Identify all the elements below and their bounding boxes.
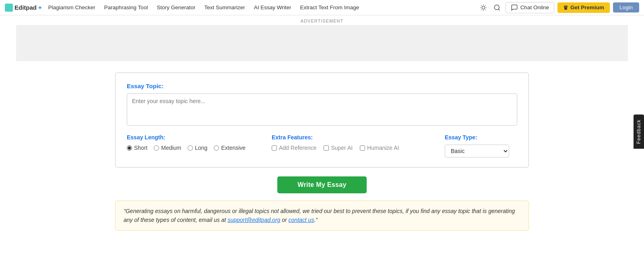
feature-add-reference-label: Add Reference [279, 145, 316, 151]
logo[interactable]: Editpad + [5, 4, 42, 12]
nav-text-summarizer[interactable]: Text Summarizer [204, 4, 245, 10]
write-essay-button[interactable]: Write My Essay [277, 176, 366, 193]
svg-line-3 [481, 5, 481, 6]
svg-point-9 [494, 5, 499, 10]
essay-length-label: Essay Length: [127, 134, 248, 141]
length-long-option[interactable]: Long [188, 145, 207, 151]
extra-features-section: Extra Features: Add Reference Super AI H… [248, 134, 437, 151]
feature-humanize-ai-option[interactable]: Humanize AI [360, 145, 399, 151]
navbar-actions: Chat Online ♛ Get Premium Login [478, 2, 639, 13]
disclaimer-mid-text: or [280, 217, 288, 223]
advertisement-label: ADVERTISEMENT [301, 19, 343, 23]
main-content: Essay Topic: Essay Length: Short Medium [109, 72, 535, 231]
feature-super-ai-checkbox[interactable] [324, 145, 329, 151]
nav-extract-text[interactable]: Extract Text From Image [300, 4, 359, 10]
feature-add-reference-option[interactable]: Add Reference [272, 145, 316, 151]
get-premium-button[interactable]: ♛ Get Premium [557, 2, 610, 13]
write-btn-row: Write My Essay [115, 176, 529, 193]
svg-point-0 [482, 6, 485, 9]
essay-type-select[interactable]: Basic Argumentative Expository Narrative… [445, 145, 509, 157]
length-medium-option[interactable]: Medium [154, 145, 181, 151]
essay-length-radio-group: Short Medium Long Extensive [127, 145, 248, 151]
chat-label: Chat Online [520, 4, 549, 10]
premium-label: Get Premium [570, 4, 604, 10]
navbar-links: Plagiarism Checker Paraphrasing Tool Sto… [48, 4, 478, 10]
feature-super-ai-label: Super AI [331, 145, 353, 151]
extra-features-checkbox-group: Add Reference Super AI Humanize AI [272, 145, 437, 151]
length-medium-radio[interactable] [154, 145, 159, 151]
length-long-label: Long [195, 145, 207, 151]
disclaimer-box: "Generating essays on harmful, dangerous… [115, 201, 529, 231]
svg-line-8 [485, 5, 485, 6]
feature-humanize-ai-label: Humanize AI [367, 145, 399, 151]
search-button[interactable] [492, 2, 502, 13]
essay-options-row: Essay Length: Short Medium Long [127, 134, 517, 157]
nav-story-generator[interactable]: Story Generator [157, 4, 195, 10]
write-essay-label: Write My Essay [297, 181, 346, 188]
nav-paraphrasing-tool[interactable]: Paraphrasing Tool [104, 4, 148, 10]
login-label: Login [619, 4, 633, 10]
extra-features-label: Extra Features: [272, 134, 437, 141]
advertisement-section: ADVERTISEMENT [0, 15, 644, 61]
search-icon [493, 4, 501, 11]
theme-toggle-button[interactable] [478, 2, 489, 13]
feature-humanize-ai-checkbox[interactable] [360, 145, 365, 151]
logo-text: Editpad [14, 4, 37, 11]
essay-form-card: Essay Topic: Essay Length: Short Medium [115, 72, 529, 168]
essay-topic-input[interactable] [127, 93, 517, 126]
feature-add-reference-checkbox[interactable] [272, 145, 277, 151]
svg-line-4 [485, 9, 485, 10]
login-button[interactable]: Login [613, 2, 639, 12]
ad-banner [16, 25, 628, 61]
essay-topic-label: Essay Topic: [127, 83, 517, 89]
svg-line-7 [481, 9, 481, 10]
sun-icon [480, 4, 487, 11]
length-short-radio[interactable] [127, 145, 132, 151]
disclaimer-email-link[interactable]: support@editpad.org [227, 217, 280, 223]
svg-line-10 [498, 9, 500, 10]
navbar: Editpad + Plagiarism Checker Paraphrasin… [0, 0, 644, 15]
logo-plus: + [38, 4, 42, 11]
disclaimer-contact-link[interactable]: contact us [289, 217, 314, 223]
logo-icon [5, 4, 13, 12]
length-short-option[interactable]: Short [127, 145, 147, 151]
length-extensive-label: Extensive [221, 145, 246, 151]
essay-length-section: Essay Length: Short Medium Long [127, 134, 248, 151]
nav-ai-essay-writer[interactable]: AI Essay Writer [254, 4, 291, 10]
crown-icon: ♛ [563, 4, 568, 11]
feedback-label: Feedback [636, 119, 642, 144]
length-extensive-option[interactable]: Extensive [214, 145, 246, 151]
chat-icon [511, 4, 518, 11]
length-long-radio[interactable] [188, 145, 193, 151]
disclaimer-end-text: ." [314, 217, 318, 223]
length-medium-label: Medium [161, 145, 181, 151]
length-short-label: Short [134, 145, 147, 151]
feedback-tab[interactable]: Feedback [634, 114, 644, 149]
essay-type-section: Essay Type: Basic Argumentative Exposito… [437, 134, 517, 157]
disclaimer-text: "Generating essays on harmful, dangerous… [124, 208, 515, 223]
length-extensive-radio[interactable] [214, 145, 219, 151]
essay-type-label: Essay Type: [445, 134, 517, 141]
nav-plagiarism-checker[interactable]: Plagiarism Checker [48, 4, 95, 10]
feature-super-ai-option[interactable]: Super AI [324, 145, 353, 151]
chat-online-button[interactable]: Chat Online [506, 2, 554, 13]
